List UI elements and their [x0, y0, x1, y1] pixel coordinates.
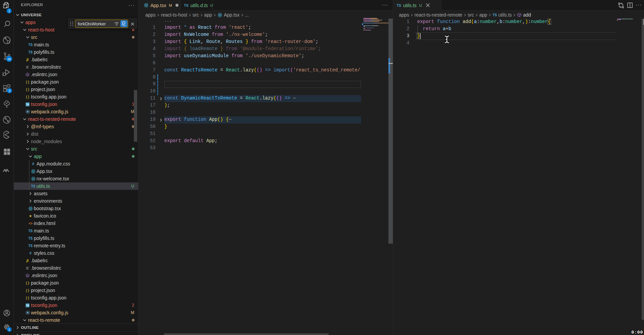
svg-text:3: 3 — [8, 89, 10, 93]
svg-text:1: 1 — [8, 9, 10, 13]
svg-text:TS: TS — [26, 103, 29, 106]
svg-text:TS: TS — [26, 304, 29, 307]
svg-text:1: 1 — [8, 328, 10, 331]
svg-text:38: 38 — [7, 57, 11, 61]
